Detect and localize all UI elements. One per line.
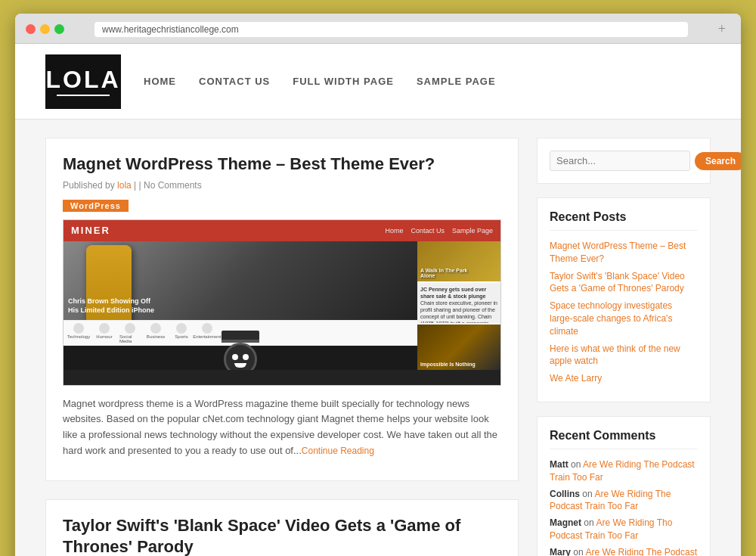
preview-icon-business: Business xyxy=(145,323,166,343)
post-2-title: Taylor Swift's 'Blank Space' Video Gets … xyxy=(63,515,501,556)
preview-icon-entertainment: Entertainment xyxy=(197,323,218,343)
preview-nav: Home Contact Us Sample Page xyxy=(385,227,493,235)
comment-2: Collins on Are We Riding The Podcast Tra… xyxy=(550,488,698,514)
preview-body: Chris Brown Showing Off His Limited Edit… xyxy=(64,241,500,370)
site-header: LOLA HOME CONTACT US FULL WIDTH PAGE SAM… xyxy=(15,44,741,120)
comment-4: Mary on Are We Riding The Podcast Train … xyxy=(550,546,698,556)
post-2: Taylor Swift's 'Blank Space' Video Gets … xyxy=(45,499,519,556)
mascot-hat xyxy=(222,331,259,343)
recent-post-2[interactable]: Taylor Swift's 'Blank Space' Video Gets … xyxy=(550,270,698,296)
preview-header: MINER Home Contact Us Sample Page xyxy=(64,220,500,241)
preview-card-3-label: Impossible Is Nothing xyxy=(420,362,476,367)
content-wrapper: Magnet WordPress Theme – Best Theme Ever… xyxy=(15,120,741,556)
recent-comments-widget: Recent Comments Matt on Are We Riding Th… xyxy=(537,416,711,556)
dot-maximize[interactable] xyxy=(54,24,64,34)
dot-minimize[interactable] xyxy=(40,24,50,34)
preview-main-image: Chris Brown Showing Off His Limited Edit… xyxy=(64,241,417,320)
post-1-author[interactable]: lola xyxy=(117,180,132,191)
continue-reading-link[interactable]: Continue Reading xyxy=(302,446,374,456)
nav-home[interactable]: HOME xyxy=(144,76,176,87)
post-1-meta: Published by lola | | No Comments xyxy=(63,180,501,191)
new-tab-button[interactable]: + xyxy=(718,21,726,37)
main-content: Magnet WordPress Theme – Best Theme Ever… xyxy=(45,138,519,556)
post-1: Magnet WordPress Theme – Best Theme Ever… xyxy=(45,138,519,481)
preview-icon-social: Social Media xyxy=(119,323,141,343)
comment-3: Magnet on Are We Riding Tho Podcast Trai… xyxy=(550,517,698,542)
mascot-eye-right xyxy=(243,354,249,360)
address-bar[interactable]: www.heritagechristiancollege.com xyxy=(94,22,688,37)
site-logo[interactable]: LOLA xyxy=(45,54,121,109)
mascot-mouth xyxy=(234,363,246,368)
logo-underline xyxy=(57,95,110,96)
dot-close[interactable] xyxy=(26,24,36,34)
browser-dots xyxy=(26,24,64,34)
preview-sidebar: A Walk In The ParkAlone JC Penney gets s… xyxy=(417,241,500,370)
mascot-area xyxy=(64,346,417,370)
mascot-head xyxy=(224,343,257,370)
preview-main: Chris Brown Showing Off His Limited Edit… xyxy=(64,241,417,370)
post-1-body: Magnet wordpress theme is a WordPress ma… xyxy=(63,396,501,459)
search-row: Search xyxy=(550,151,698,171)
preview-card-1: A Walk In The ParkAlone xyxy=(417,241,500,281)
search-button[interactable]: Search xyxy=(695,152,741,170)
mascot-eye-left xyxy=(232,354,238,360)
recent-post-5[interactable]: We Ate Larry xyxy=(550,372,698,385)
nav-contact[interactable]: CONTACT US xyxy=(199,76,270,87)
preview-icon-humour: Humour xyxy=(94,323,115,343)
recent-comments-title: Recent Comments xyxy=(550,429,698,449)
preview-headline: Chris Brown Showing Off His Limited Edit… xyxy=(68,297,159,315)
preview-logo: MINER xyxy=(71,225,110,236)
mascot xyxy=(222,331,259,370)
recent-posts-title: Recent Posts xyxy=(550,210,698,231)
preview-icon-sports: Sports xyxy=(171,323,192,343)
browser-window: www.heritagechristiancollege.com + LOLA … xyxy=(15,14,741,556)
preview-card-3: Impossible Is Nothing xyxy=(417,325,500,369)
post-1-title: Magnet WordPress Theme – Best Theme Ever… xyxy=(63,154,501,175)
search-widget: Search xyxy=(537,138,711,184)
preview-card-2-text: JC Penney gets sued over share sale & st… xyxy=(420,286,497,323)
preview-card-2: JC Penney gets sued over share sale & st… xyxy=(417,283,500,323)
main-nav: HOME CONTACT US FULL WIDTH PAGE SAMPLE P… xyxy=(144,76,496,87)
search-input[interactable] xyxy=(550,151,690,171)
theme-preview: MINER Home Contact Us Sample Page xyxy=(63,219,501,386)
nav-full-width[interactable]: FULL WIDTH PAGE xyxy=(293,76,394,87)
preview-icon-tech: Technology xyxy=(68,323,89,343)
recent-posts-widget: Recent Posts Magnet WordPress Theme – Be… xyxy=(537,197,711,402)
recent-post-4[interactable]: Here is what we think of the new apple w… xyxy=(550,343,698,368)
preview-card-1-label: A Walk In The ParkAlone xyxy=(420,268,468,278)
post-1-category[interactable]: WordPress xyxy=(63,200,129,212)
recent-post-1[interactable]: Magnet WordPress Theme – Best Theme Ever… xyxy=(550,240,698,266)
comment-4-link[interactable]: Are We Riding The Podcast Train Too Far xyxy=(550,547,697,556)
comment-1: Matt on Are We Riding The Podcast Train … xyxy=(550,458,698,484)
nav-sample[interactable]: SAMPLE PAGE xyxy=(417,76,496,87)
logo-text: LOLA xyxy=(45,67,120,92)
site-wrapper: LOLA HOME CONTACT US FULL WIDTH PAGE SAM… xyxy=(15,44,741,556)
recent-post-3[interactable]: Space technology investigates large-scal… xyxy=(550,300,698,337)
sidebar: Search Recent Posts Magnet WordPress The… xyxy=(537,138,711,556)
browser-chrome: www.heritagechristiancollege.com + xyxy=(15,14,741,44)
